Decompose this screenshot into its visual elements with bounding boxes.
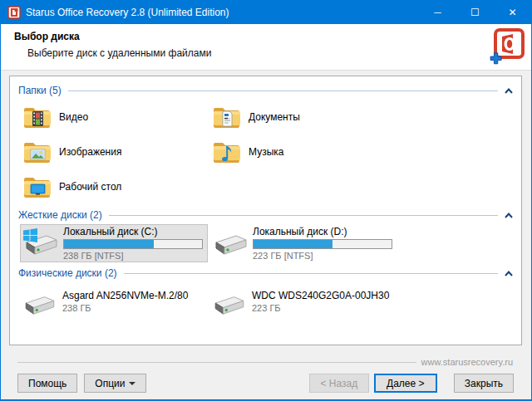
drive-icon: [214, 232, 248, 257]
section-hard-disks-header[interactable]: Жесткие диски (2): [18, 209, 513, 221]
caret-down-icon: [129, 382, 135, 385]
section-folders-label: Папки (5): [18, 85, 62, 96]
close-wizard-button[interactable]: Закрыть: [454, 374, 514, 393]
footer-divider: [17, 362, 416, 363]
disk-item-c[interactable]: Локальный диск (C:) 238 ГБ [NTFS]: [20, 224, 208, 262]
physical-disk-title: Asgard AN256NVMe-M.2/80: [62, 290, 204, 301]
help-button[interactable]: Помощь: [17, 374, 77, 393]
disk-title: Локальный диск (D:): [253, 226, 392, 237]
wizard-body: Папки (5) Видео: [1, 71, 531, 399]
app-icon: [7, 6, 21, 19]
options-button-label: Опции: [95, 378, 125, 389]
website-link[interactable]: www.starusrecovery.ru: [421, 357, 513, 367]
app-window: Starus Office Recovery 2.8 (Unlimited Ed…: [0, 0, 532, 401]
close-button[interactable]: ✕: [494, 1, 531, 24]
section-divider: [68, 90, 498, 91]
disk-size: 238 ГБ [NTFS]: [63, 251, 203, 261]
folder-label: Рабочий стол: [59, 181, 121, 193]
section-physical-disks-header[interactable]: Физические диски (2): [18, 267, 513, 279]
options-button[interactable]: Опции: [84, 374, 146, 393]
window-title: Starus Office Recovery 2.8 (Unlimited Ed…: [26, 7, 419, 18]
page-subtitle: Выберите диск с удаленными файлами: [27, 47, 211, 59]
disk-size: 223 ГБ [NTFS]: [253, 251, 392, 261]
physical-disk-size: 223 ГБ: [252, 303, 393, 313]
drive-icon: [214, 293, 245, 316]
folder-label: Документы: [249, 111, 300, 123]
maximize-button[interactable]: ☐: [456, 1, 494, 24]
folder-item-documents[interactable]: Документы: [209, 100, 399, 134]
folders-grid: Видео Документы: [20, 100, 513, 204]
collapse-chevron-icon[interactable]: [505, 271, 513, 276]
physical-disk-title: WDC WDS240G2G0A-00JH30: [252, 290, 393, 301]
disk-title: Локальный диск (C:): [63, 226, 203, 237]
title-bar[interactable]: Starus Office Recovery 2.8 (Unlimited Ed…: [1, 1, 531, 24]
disk-list-panel: Папки (5) Видео: [9, 76, 522, 345]
disk-usage-bar: [63, 239, 203, 249]
folder-item-music[interactable]: Музыка: [209, 134, 399, 169]
folder-label: Изображения: [59, 146, 121, 158]
folder-item-desktop[interactable]: Рабочий стол: [20, 169, 209, 204]
physical-disk-item-1[interactable]: Asgard AN256NVMe-M.2/80 238 ГБ: [20, 282, 208, 320]
disk-usage-fill: [254, 240, 332, 248]
section-hard-disks-label: Жесткие диски (2): [18, 209, 102, 221]
music-folder-icon: [213, 139, 241, 164]
disk-usage-bar: [253, 239, 392, 249]
section-divider: [124, 273, 498, 274]
disk-usage-fill: [64, 240, 154, 248]
folder-item-pictures[interactable]: Изображения: [20, 134, 209, 169]
documents-folder-icon: [213, 105, 241, 130]
back-button[interactable]: < Назад: [309, 374, 369, 393]
office-recovery-logo-icon: [488, 28, 525, 69]
desktop-folder-icon: [23, 174, 52, 199]
collapse-chevron-icon[interactable]: [505, 213, 513, 218]
physical-disks-grid: Asgard AN256NVMe-M.2/80 238 ГБ WDC WDS24…: [20, 282, 513, 320]
next-button[interactable]: Далее >: [374, 374, 437, 393]
footer-link-row: www.starusrecovery.ru: [17, 357, 513, 367]
button-bar: Помощь Опции < Назад Далее > Закрыть: [17, 374, 514, 393]
folder-item-video[interactable]: Видео: [20, 100, 209, 134]
section-physical-disks-label: Физические диски (2): [18, 267, 117, 279]
physical-disk-item-2[interactable]: WDC WDS240G2G0A-00JH30 223 ГБ: [209, 282, 397, 320]
wizard-header: Выбор диска Выберите диск с удаленными ф…: [1, 24, 531, 71]
pictures-folder-icon: [23, 139, 52, 164]
physical-disk-size: 238 ГБ: [62, 303, 204, 313]
page-title: Выбор диска: [14, 31, 80, 42]
video-folder-icon: [23, 105, 52, 130]
windows-logo-icon: [23, 228, 37, 242]
hard-disks-grid: Локальный диск (C:) 238 ГБ [NTFS] Локаль…: [20, 224, 513, 262]
folder-label: Видео: [59, 111, 88, 123]
drive-icon: [24, 293, 56, 316]
collapse-chevron-icon[interactable]: [505, 88, 513, 94]
disk-item-d[interactable]: Локальный диск (D:) 223 ГБ [NTFS]: [209, 224, 397, 262]
minimize-button[interactable]: ─: [419, 1, 456, 24]
section-folders-header[interactable]: Папки (5): [18, 85, 513, 96]
folder-label: Музыка: [249, 146, 283, 158]
section-divider: [109, 215, 498, 216]
